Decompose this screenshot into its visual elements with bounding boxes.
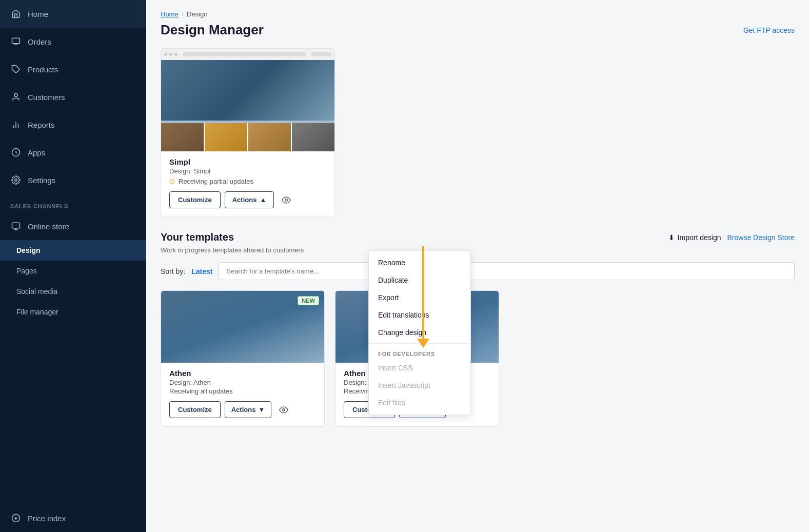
sidebar-sub-item-design[interactable]: Design — [0, 240, 146, 261]
design-status: ⊙ Receiving partial updates — [169, 177, 326, 185]
design-actions: Customize Actions ▲ — [161, 191, 334, 208]
dropdown-dev-section-label: For developers — [369, 346, 470, 359]
breadcrumb-separator: › — [182, 10, 184, 18]
design-info: Simpl Design: Simpl ⊙ Receiving partial … — [161, 151, 334, 185]
template-info-1: Athen Design: Athen Receiving all update… — [161, 363, 324, 395]
actions-label: Actions — [232, 196, 257, 204]
page-title: Design Manager — [161, 22, 264, 38]
breadcrumb-current: Design — [187, 10, 207, 18]
sidebar-item-home[interactable]: Home — [0, 0, 146, 28]
import-design-button[interactable]: ⬇ Import design — [668, 233, 721, 242]
sidebar-item-apps[interactable]: Apps — [0, 139, 146, 166]
main-content: Home › Design Design Manager Get FTP acc… — [146, 0, 809, 532]
dropdown-item-rename[interactable]: Rename — [369, 254, 470, 271]
actions-button[interactable]: Actions ▲ — [225, 191, 274, 208]
svg-rect-8 — [12, 223, 20, 228]
design-name: Simpl — [169, 157, 326, 166]
sidebar-sub-item-file-manager[interactable]: File manager — [0, 302, 146, 322]
sidebar-item-label: Settings — [28, 176, 55, 185]
dropdown-item-insert-javascript: Insert Javascript — [369, 377, 470, 394]
dropdown-item-edit-files: Edit files — [369, 394, 470, 411]
sidebar-sub-item-label: File manager — [16, 308, 58, 316]
page-header: Design Manager Get FTP access — [161, 22, 795, 38]
apps-icon — [10, 147, 22, 158]
sidebar-item-products[interactable]: Products — [0, 55, 146, 83]
sidebar-item-label: Home — [28, 10, 48, 18]
dropdown-item-edit-translations[interactable]: Edit translations — [369, 306, 470, 324]
template-eye-button-1[interactable] — [275, 402, 292, 418]
dropdown-item-change-design[interactable]: Change design — [369, 324, 470, 341]
sidebar-item-customers[interactable]: Customers — [0, 83, 146, 111]
price-index-icon — [10, 513, 22, 524]
design-meta: Design: Simpl — [169, 167, 326, 175]
sidebar-sub-item-pages[interactable]: Pages — [0, 261, 146, 281]
browse-design-store-link[interactable]: Browse Design Store — [727, 233, 795, 242]
template-search-input[interactable] — [219, 262, 795, 280]
sidebar-item-label: Orders — [28, 37, 51, 46]
dropdown-item-duplicate[interactable]: Duplicate — [369, 271, 470, 289]
templates-subtitle: Work in progress templates shared to cus… — [161, 246, 795, 254]
sidebar-item-settings[interactable]: Settings — [0, 166, 146, 194]
online-store-icon — [10, 221, 22, 232]
sidebar-item-label: Apps — [28, 148, 45, 157]
svg-point-14 — [285, 199, 288, 201]
template-customize-button-1[interactable]: Customize — [169, 401, 221, 418]
download-icon: ⬇ — [668, 233, 675, 242]
sales-channels-label: SALES CHANNELS — [0, 194, 146, 212]
sidebar-item-online-store[interactable]: Online store — [0, 212, 146, 240]
template-cards: NEW Athen Design: Athen Receiving all up… — [161, 290, 795, 427]
sidebar-item-label: Online store — [28, 222, 69, 231]
chevron-up-icon: ▲ — [260, 196, 266, 204]
sidebar-item-price-index[interactable]: Price index — [0, 504, 146, 532]
svg-point-15 — [283, 408, 285, 411]
template-name-1: Athen — [169, 369, 316, 378]
dropdown-item-export[interactable]: Export — [369, 289, 470, 306]
design-preview — [161, 49, 334, 151]
import-label: Import design — [678, 233, 721, 242]
sidebar-item-label: Reports — [28, 121, 55, 129]
template-card-1: NEW Athen Design: Athen Receiving all up… — [161, 290, 325, 427]
preview-eye-button[interactable] — [278, 192, 294, 208]
template-meta-1: Design: Athen — [169, 379, 316, 386]
chevron-down-icon-1: ▼ — [258, 406, 265, 413]
templates-section: Your templates ⬇ Import design Browse De… — [161, 231, 795, 427]
sidebar: Home Orders Products Customers Reports A… — [0, 0, 146, 532]
sidebar-item-label: Products — [28, 65, 58, 74]
sidebar-item-label: Price index — [28, 514, 66, 523]
sidebar-sub-item-label: Social media — [16, 287, 57, 295]
sidebar-sub-item-label: Design — [16, 246, 41, 254]
template-actions-1: Customize Actions ▼ — [161, 401, 324, 418]
design-status-text: Receiving partial updates — [179, 178, 253, 185]
sidebar-item-reports[interactable]: Reports — [0, 111, 146, 139]
dropdown-item-insert-css: Insert CSS — [369, 359, 470, 377]
sidebar-sub-item-social-media[interactable]: Social media — [0, 281, 146, 302]
breadcrumb: Home › Design — [161, 10, 795, 18]
products-icon — [10, 64, 22, 75]
current-design-card: Simpl Design: Simpl ⊙ Receiving partial … — [161, 48, 335, 217]
status-warning-icon: ⊙ — [169, 177, 175, 185]
sidebar-item-orders[interactable]: Orders — [0, 28, 146, 55]
sidebar-sub-item-label: Pages — [16, 267, 37, 275]
templates-header: Your templates ⬇ Import design Browse De… — [161, 231, 795, 243]
svg-point-2 — [14, 93, 17, 96]
settings-icon — [10, 174, 22, 186]
templates-actions: ⬇ Import design Browse Design Store — [668, 233, 795, 242]
customize-button[interactable]: Customize — [169, 191, 221, 208]
sort-value[interactable]: Latest — [191, 267, 212, 275]
dropdown-divider — [369, 343, 470, 344]
templates-toolbar: Sort by: Latest — [161, 262, 795, 280]
reports-icon — [10, 119, 22, 130]
new-badge-1: NEW — [298, 296, 319, 305]
sort-label: Sort by: — [161, 267, 185, 275]
orders-icon — [10, 36, 22, 47]
template-status-1: Receiving all updates — [169, 387, 316, 395]
sidebar-item-label: Customers — [28, 93, 65, 102]
search-input-wrap — [219, 262, 795, 280]
breadcrumb-home[interactable]: Home — [161, 10, 179, 18]
template-actions-label-1: Actions — [231, 406, 256, 413]
actions-dropdown-menu: Rename Duplicate Export Edit translation… — [368, 250, 471, 415]
home-icon — [10, 8, 22, 19]
ftp-access-link[interactable]: Get FTP access — [743, 26, 795, 34]
template-actions-button-1[interactable]: Actions ▼ — [225, 401, 272, 418]
svg-rect-0 — [12, 38, 20, 44]
